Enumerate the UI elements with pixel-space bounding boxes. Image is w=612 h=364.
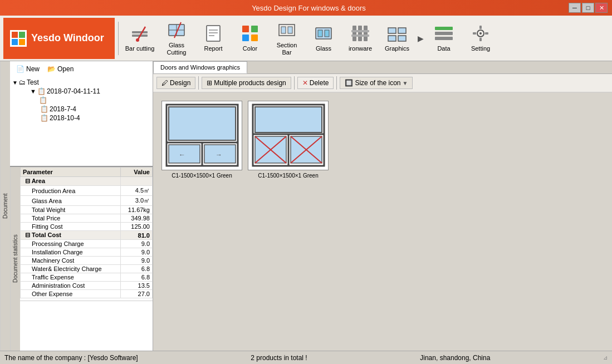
svg-rect-28	[398, 28, 406, 33]
bar-cutting-button[interactable]: Bar cutting	[122, 19, 158, 58]
section-bar-button[interactable]: Section Bar	[269, 19, 305, 58]
graphics-button[interactable]: Graphics	[379, 19, 415, 58]
svg-rect-32	[435, 32, 453, 35]
glass-cutting-icon	[167, 20, 187, 40]
svg-rect-36	[479, 26, 482, 29]
svg-rect-18	[288, 27, 292, 33]
design-icon: 🖊	[161, 79, 168, 87]
setting-icon	[471, 23, 491, 43]
param-item-row: Fitting Cost125.00	[21, 223, 153, 231]
bar-cutting-label: Bar cutting	[125, 45, 155, 52]
svg-rect-15	[251, 35, 258, 41]
svg-rect-37	[479, 38, 482, 41]
glass-icon	[314, 23, 334, 43]
color-icon	[240, 23, 260, 43]
param-table: Parameter Value ⊟ AreaProduction Area4.5…	[20, 167, 153, 298]
section-bar-icon	[277, 20, 297, 40]
tree-child-item[interactable]: 📋 2018-7-4	[12, 105, 150, 114]
param-value: 9.0	[120, 240, 152, 248]
tab-bar: Doors and Windows graphics	[153, 61, 612, 74]
graphics-label: Graphics	[385, 45, 409, 52]
data-button[interactable]: Data	[426, 19, 462, 58]
multiple-label: Multiple products design	[214, 79, 286, 87]
glass-cutting-button[interactable]: Glass Cutting	[159, 19, 194, 58]
delete-label: Delete	[310, 79, 329, 87]
svg-point-3	[136, 38, 139, 42]
setting-label: Setting	[471, 45, 490, 52]
right-panel: Doors and Windows graphics 🖊 Design ⊞ Mu…	[153, 61, 612, 351]
window-svg-2	[248, 101, 329, 170]
open-label: Open	[57, 65, 74, 73]
section-value: 81.0	[120, 231, 152, 240]
left-inner: 📄 New 📂 Open ▼ 🗂 Test ▼	[10, 61, 153, 351]
open-button[interactable]: 📂 Open	[45, 63, 76, 75]
stats-table-wrap: Parameter Value ⊟ AreaProduction Area4.5…	[20, 167, 153, 351]
param-value: 11.67kg	[120, 206, 152, 214]
more-button[interactable]: ▶	[416, 22, 425, 55]
total-text: 2 products in total !	[251, 354, 307, 362]
product-card-2[interactable]: C1-1500×1500×1 Green	[248, 101, 329, 179]
data-icon	[434, 23, 454, 43]
tree-child-item[interactable]: 📋 2018-10-4	[12, 114, 150, 122]
tree-child-item[interactable]: ▼ 📋 2018-07-04-11-11	[12, 87, 150, 96]
param-value: 6.8	[120, 265, 152, 273]
ironware-label: ironware	[349, 45, 372, 52]
tree-folder-icon: 🗂	[19, 78, 26, 86]
product-label-2: C1-1500×1500×1 Green	[258, 173, 318, 179]
product-preview-2	[248, 101, 329, 170]
new-icon: 📄	[16, 65, 25, 73]
param-name: Total Price	[21, 214, 121, 223]
tree-root-item[interactable]: ▼ 🗂 Test	[12, 78, 150, 87]
param-item-row: Traffic Expense6.8	[21, 273, 153, 282]
toolbar-separator	[118, 22, 119, 55]
tree-expand-icon: ▼	[12, 80, 18, 86]
tree-doc-icon: 📋	[37, 87, 46, 95]
resize-handle[interactable]: ⊿	[603, 355, 608, 361]
param-value: 349.98	[120, 214, 152, 223]
multiple-design-button[interactable]: ⊞ Multiple products design	[202, 77, 291, 89]
new-button[interactable]: 📄 New	[13, 63, 42, 75]
color-label: Color	[243, 45, 257, 52]
delete-button[interactable]: ✕ Delete	[297, 77, 334, 89]
graphics-icon	[387, 23, 407, 43]
tree-doc-icon: 📋	[40, 105, 48, 113]
minimize-button[interactable]: ─	[569, 3, 581, 13]
param-item-row: Administration Cost13.5	[21, 282, 153, 290]
dropdown-arrow-icon: ▼	[403, 80, 408, 86]
ironware-button[interactable]: ironware	[342, 19, 378, 58]
svg-rect-21	[325, 30, 329, 37]
window-svg-1: ← →	[162, 101, 242, 170]
size-button[interactable]: 🔲 Size of the icon ▼	[340, 77, 413, 89]
open-icon: 📂	[47, 65, 56, 73]
document-label: Document	[0, 61, 10, 351]
product-card-1[interactable]: ← → C1-1500×1500×1 Green	[161, 101, 242, 179]
svg-rect-22	[352, 26, 356, 41]
report-button[interactable]: Report	[195, 19, 231, 58]
title-bar: Yesdo Design For windows & doors ─ □ ✕	[0, 0, 612, 16]
param-value: 6.8	[120, 273, 152, 282]
glass-button[interactable]: Glass	[306, 19, 341, 58]
design-button[interactable]: 🖊 Design	[156, 77, 195, 89]
color-button[interactable]: Color	[232, 19, 268, 58]
close-button[interactable]: ✕	[595, 3, 608, 13]
maximize-button[interactable]: □	[582, 3, 594, 13]
section-value	[120, 177, 152, 186]
setting-button[interactable]: Setting	[463, 19, 498, 58]
tree-doc-icon: 📋	[40, 114, 48, 122]
tree-child-item[interactable]: 📋 2018-07-04-11-11	[12, 96, 150, 105]
param-item-row: Glass Area3.0㎡	[21, 196, 153, 206]
canvas-area: ← → C1-1500×1500×1 Green	[153, 92, 612, 351]
param-value: 125.00	[120, 223, 152, 231]
param-item-row: Installation Charge9.0	[21, 248, 153, 257]
param-name: Water& Electricity Charge	[21, 265, 121, 273]
product-label-1: C1-1500×1500×1 Green	[172, 173, 232, 179]
tab-graphics[interactable]: Doors and Windows graphics	[153, 61, 247, 73]
design-label: Design	[170, 79, 190, 87]
size-icon: 🔲	[345, 79, 353, 87]
svg-rect-20	[318, 30, 322, 37]
param-item-row: Other Expense27.0	[21, 290, 153, 298]
svg-rect-41	[169, 107, 236, 140]
param-name: Other Expense	[21, 290, 121, 298]
param-name: Total Weight	[21, 206, 121, 214]
tree-view: ▼ 🗂 Test ▼ 📋 2018-07-04-11-11 📋 2018-07-…	[10, 77, 153, 124]
